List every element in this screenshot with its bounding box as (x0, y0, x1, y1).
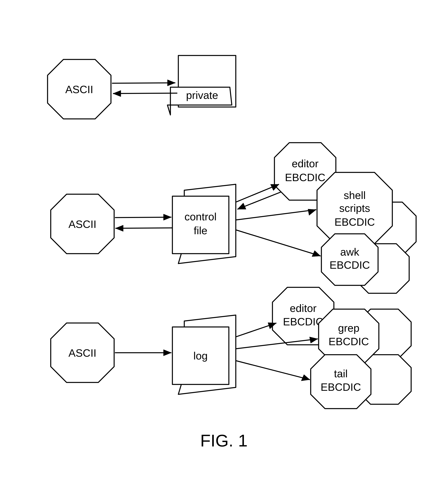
svg-marker-12 (163, 214, 171, 220)
svg-line-11 (115, 217, 171, 218)
node-r2-shell: shell scripts EBCDIC (317, 172, 392, 244)
label-r2-editor-2: EBCDIC (285, 171, 325, 183)
svg-marker-5 (167, 80, 175, 86)
label-file-private: private (186, 89, 218, 101)
node-ascii-2: ASCII (51, 194, 114, 254)
label-file-control-1: control (184, 211, 217, 222)
svg-marker-32 (163, 350, 171, 356)
node-file-log: log (172, 315, 236, 394)
svg-line-4 (112, 83, 175, 83)
svg-line-24 (236, 210, 316, 220)
arrows-r1 (112, 80, 177, 97)
svg-marker-7 (113, 90, 121, 97)
node-file-control: control file (172, 184, 236, 263)
svg-marker-27 (312, 250, 321, 257)
label-ascii-1: ASCII (65, 83, 93, 95)
label-r2-editor-1: editor (292, 158, 318, 169)
figure-svg: ASCII private ASCII control file (0, 0, 448, 495)
svg-line-42 (236, 361, 310, 380)
label-r3-tail-2: EBCDIC (321, 381, 361, 393)
label-r2-awk-2: EBCDIC (329, 259, 370, 271)
node-ascii-1: ASCII (48, 59, 111, 119)
svg-line-6 (113, 93, 177, 94)
label-r3-editor-1: editor (290, 302, 316, 314)
node-r2-awk: awk EBCDIC (321, 234, 378, 285)
label-r3-editor-2: EBCDIC (283, 316, 323, 328)
svg-marker-43 (301, 374, 310, 381)
svg-line-13 (115, 228, 172, 228)
label-file-control-2: file (194, 224, 207, 236)
arrows-r2-af (115, 214, 172, 232)
label-r2-shell-3: EBCDIC (334, 216, 375, 228)
label-r3-grep-2: EBCDIC (328, 335, 369, 347)
label-r2-shell-2: scripts (339, 202, 370, 214)
svg-marker-23 (237, 203, 246, 209)
node-r3-tail: tail EBCDIC (311, 355, 371, 409)
arrows-r3-af (115, 350, 171, 356)
label-r3-tail-1: tail (334, 368, 348, 379)
label-file-log: log (193, 350, 208, 362)
figure-title: FIG. 1 (200, 431, 248, 450)
label-r2-awk-1: awk (340, 246, 359, 258)
label-r3-grep-1: grep (338, 322, 359, 334)
node-ascii-3: ASCII (51, 323, 114, 383)
label-ascii-2: ASCII (68, 218, 96, 230)
label-ascii-3: ASCII (68, 347, 96, 359)
node-file-private: private (167, 55, 236, 115)
label-r2-shell-1: shell (344, 189, 366, 201)
svg-marker-14 (115, 225, 123, 232)
svg-line-26 (236, 230, 321, 256)
svg-marker-25 (308, 209, 316, 215)
